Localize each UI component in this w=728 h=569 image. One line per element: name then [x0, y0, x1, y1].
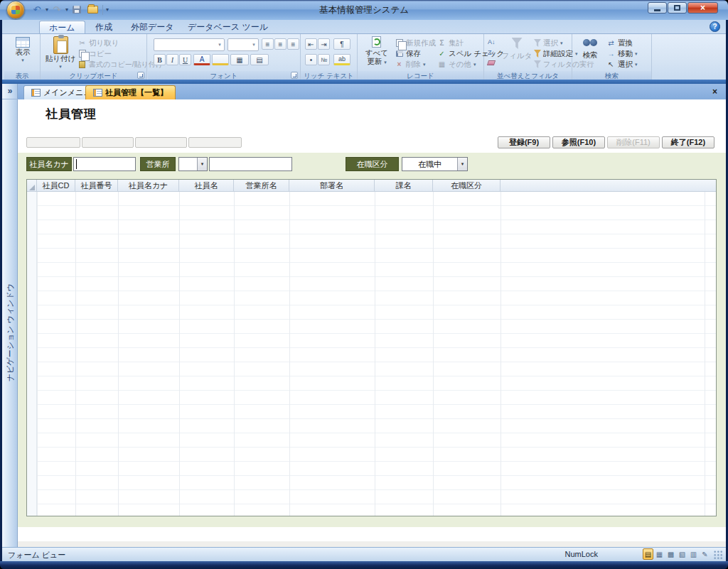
select-button[interactable]: ↖ 選択 ▾ — [606, 60, 638, 69]
employment-status-combo[interactable]: 在職中 ▾ — [402, 157, 468, 171]
office-code-value — [179, 158, 197, 170]
replace-icon: ⇄ — [606, 39, 616, 48]
help-button[interactable]: ? — [710, 21, 720, 32]
toggle-funnel-icon — [534, 60, 541, 68]
numlock-indicator: NumLock — [565, 550, 598, 558]
replace-button[interactable]: ⇄ 置換 — [606, 38, 633, 48]
header-department-name[interactable]: 部署名 — [289, 180, 375, 192]
underline-button[interactable]: U — [179, 54, 191, 65]
paragraph-marks-button[interactable]: ¶ — [333, 38, 350, 50]
sort-descending-button[interactable]: Z↓ — [488, 48, 495, 57]
bold-button[interactable]: B — [154, 54, 166, 65]
layout-view-button[interactable]: ▥ — [688, 548, 699, 560]
reference-button[interactable]: 参照(F10) — [552, 136, 605, 148]
save-record-button[interactable]: 保存 — [395, 49, 421, 58]
employee-kana-label: 社員名カナ — [26, 157, 72, 171]
select-all-cell[interactable] — [27, 180, 37, 192]
header-employee-cd[interactable]: 社員CD — [37, 180, 75, 192]
tab-database-tools[interactable]: データベース ツール — [178, 21, 277, 33]
gridline — [500, 192, 501, 516]
gridline — [289, 192, 290, 516]
decrease-indent-button[interactable]: ⇤ — [305, 38, 317, 50]
goto-button[interactable]: → 移動 ▾ — [606, 49, 638, 58]
resize-grip[interactable] — [714, 551, 723, 560]
fill-color-button[interactable] — [212, 54, 229, 65]
align-left-button[interactable]: ≡ — [262, 38, 274, 50]
italic-button[interactable]: I — [166, 54, 178, 65]
gridline — [234, 192, 235, 516]
form-footer-strip — [18, 527, 726, 541]
delete-dropdown-arrow: ▾ — [423, 62, 426, 67]
selection-filter-button: 選択 ▾ — [534, 38, 563, 48]
refresh-label-1: すべて — [365, 48, 388, 57]
font-dialog-launcher[interactable] — [291, 72, 298, 79]
find-button[interactable]: 検索 — [577, 38, 604, 60]
refresh-all-button[interactable]: すべて 更新 ▾ — [362, 36, 392, 65]
view-dropdown-arrow: ▾ — [21, 58, 24, 63]
numbering-button[interactable]: № — [318, 54, 330, 65]
goto-icon: → — [606, 50, 616, 58]
clear-sort-button[interactable] — [488, 58, 495, 67]
office-name-input[interactable] — [209, 157, 292, 171]
align-center-button[interactable]: ≡ — [274, 38, 287, 50]
sigma-icon: Σ — [437, 39, 446, 48]
header-office-name[interactable]: 営業所名 — [234, 180, 289, 192]
gridlines-button[interactable]: ▦ — [230, 54, 249, 65]
minimize-icon — [654, 9, 660, 11]
employment-status-value: 在職中 — [402, 158, 457, 170]
advanced-filter-button[interactable]: 詳細設定 ▾ — [534, 49, 578, 58]
gridline — [705, 192, 705, 516]
help-icon: ? — [712, 23, 717, 31]
employee-kana-input[interactable] — [73, 157, 136, 171]
close-button[interactable]: × — [687, 2, 718, 13]
header-employee-number[interactable]: 社員番号 — [75, 180, 118, 192]
navigation-pane-expand-button[interactable]: » — [2, 84, 18, 99]
office-label: 営業所 — [140, 157, 176, 171]
document-close-button[interactable]: × — [712, 87, 717, 97]
tab-external-data[interactable]: 外部データ — [122, 21, 183, 33]
header-employment-status[interactable]: 在職区分 — [433, 180, 500, 192]
datasheet-view-button[interactable]: ▦ — [654, 548, 665, 560]
doc-tab-employee-list[interactable]: 社員管理【一覧】 — [85, 85, 176, 99]
font-color-button[interactable]: A — [193, 54, 210, 65]
tab-create[interactable]: 作成 — [86, 21, 122, 33]
tab-home[interactable]: ホーム — [39, 21, 85, 33]
pivottable-view-button[interactable]: ▩ — [665, 548, 676, 560]
maximize-icon — [674, 5, 680, 11]
office-combo-arrow[interactable]: ▾ — [197, 158, 207, 170]
office-code-combo[interactable]: ▾ — [178, 157, 208, 171]
doc-tab-employee-list-label: 社員管理【一覧】 — [105, 87, 168, 98]
form-view-button[interactable]: ▤ — [643, 548, 653, 560]
sort-ascending-button[interactable]: A↓ — [488, 37, 496, 46]
pivotchart-view-button[interactable]: ▧ — [677, 548, 687, 560]
ribbon-tab-row: ホーム 作成 外部データ データベース ツール ? — [2, 20, 726, 33]
datasheet-icon — [16, 37, 30, 48]
maximize-button[interactable] — [668, 2, 687, 13]
increase-indent-button[interactable]: ⇥ — [318, 38, 330, 50]
clipboard-dialog-launcher[interactable] — [137, 72, 144, 79]
header-employee-kana[interactable]: 社員名カナ — [118, 180, 179, 192]
font-size-combo[interactable]: ▾ — [228, 38, 259, 51]
align-right-button[interactable]: ≡ — [287, 38, 299, 50]
advanced-funnel-icon — [534, 50, 541, 58]
register-button[interactable]: 登録(F9) — [498, 136, 550, 148]
view-button[interactable]: 表示 ▾ — [9, 37, 36, 63]
header-employee-name[interactable]: 社員名 — [179, 180, 234, 192]
alternate-fill-button[interactable]: ▤ — [250, 54, 269, 65]
select-label: 選択 — [618, 60, 633, 70]
view-switcher: ▤ ▦ ▩ ▧ ▥ ✎ — [643, 548, 710, 560]
status-combo-arrow[interactable]: ▾ — [457, 158, 467, 170]
paste-button[interactable]: 貼り付け ▾ — [45, 36, 76, 70]
font-name-combo[interactable]: ▾ — [154, 38, 225, 51]
cut-label: 切り取り — [89, 38, 119, 48]
exit-button[interactable]: 終了(F12) — [662, 136, 714, 148]
minimize-button[interactable] — [648, 2, 667, 13]
header-section-name[interactable]: 課名 — [375, 180, 433, 192]
advanced-label: 詳細設定 — [543, 49, 573, 59]
filter-button: フィルタ — [501, 38, 532, 61]
design-view-button[interactable]: ✎ — [700, 548, 710, 560]
bullets-button[interactable]: • — [305, 54, 317, 65]
save-record-icon — [395, 50, 404, 58]
highlight-button[interactable]: ab — [333, 54, 350, 65]
ribbon: 表示 ▾ 表示 貼り付け ▾ ✂ 切り取り コピー 書式のコピー/貼り付け — [2, 33, 726, 80]
